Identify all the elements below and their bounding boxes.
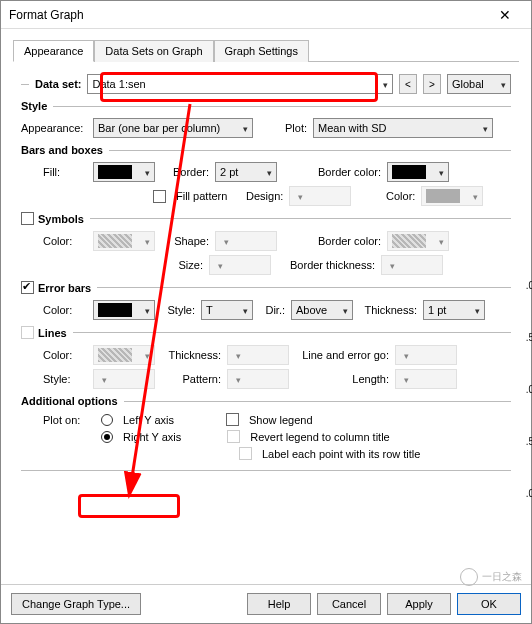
eb-style-label: Style:	[161, 304, 195, 316]
fill-swatch	[98, 165, 132, 179]
change-graph-type-button[interactable]: Change Graph Type...	[11, 593, 141, 615]
errorbars-heading: Error bars	[38, 282, 91, 294]
revert-checkbox	[227, 430, 240, 443]
fillpattern-checkbox[interactable]	[153, 190, 166, 203]
ln-pattern-label: Pattern:	[161, 373, 221, 385]
ok-button[interactable]: OK	[457, 593, 521, 615]
dataset-value: Data 1:sen	[92, 78, 145, 90]
dataset-select[interactable]: Data 1:sen	[87, 74, 393, 94]
plot-label: Plot:	[271, 122, 307, 134]
apply-button[interactable]: Apply	[387, 593, 451, 615]
showlegend-checkbox[interactable]	[226, 413, 239, 426]
design-select[interactable]	[289, 186, 351, 206]
labeleach-label: Label each point with its row title	[262, 448, 420, 460]
plot-select[interactable]: Mean with SD	[313, 118, 493, 138]
sym-color-select[interactable]	[93, 231, 155, 251]
errorbars-checkbox[interactable]	[21, 281, 34, 294]
sym-bordercolor-select[interactable]	[387, 231, 449, 251]
ln-pattern-select[interactable]	[227, 369, 289, 389]
dataset-prev-button[interactable]: <	[399, 74, 417, 94]
sym-shape-label: Shape:	[165, 235, 209, 247]
side-ticks: .0.5.0.5.0	[526, 260, 532, 520]
eb-color-select[interactable]	[93, 300, 155, 320]
righty-radio[interactable]	[101, 431, 113, 443]
window-title: Format Graph	[9, 8, 84, 22]
ln-thick-label: Thickness:	[161, 349, 221, 361]
watermark: 一日之森	[460, 568, 522, 586]
sym-color-label: Color:	[43, 235, 87, 247]
fillpattern-label: Fill pattern	[176, 190, 227, 202]
bars-heading: Bars and boxes	[21, 144, 103, 156]
sym-borderthick-select[interactable]	[381, 255, 443, 275]
border-color-select[interactable]	[387, 162, 449, 182]
style-heading: Style	[21, 100, 47, 112]
border-label: Border:	[165, 166, 209, 178]
sym-borderthick-label: Border thickness:	[277, 259, 375, 271]
showlegend-label: Show legend	[249, 414, 313, 426]
fill-color-select[interactable]	[93, 162, 155, 182]
tab-settings[interactable]: Graph Settings	[214, 40, 309, 62]
ln-color-select[interactable]	[93, 345, 155, 365]
dataset-label: Data set:	[35, 78, 81, 90]
pattern-color-select[interactable]	[421, 186, 483, 206]
ploton-label: Plot on:	[43, 414, 95, 426]
righty-label: Right Y axis	[123, 431, 181, 443]
sym-shape-select[interactable]	[215, 231, 277, 251]
help-button[interactable]: Help	[247, 593, 311, 615]
eb-dir-select[interactable]: Above	[291, 300, 353, 320]
dataset-next-button[interactable]: >	[423, 74, 441, 94]
close-icon[interactable]: ✕	[487, 7, 523, 23]
symbols-heading: Symbols	[38, 213, 84, 225]
tab-datasets[interactable]: Data Sets on Graph	[94, 40, 213, 62]
eb-dir-label: Dir.:	[259, 304, 285, 316]
cancel-button[interactable]: Cancel	[317, 593, 381, 615]
appearance-label: Appearance:	[21, 122, 87, 134]
pattern-color-label: Color:	[375, 190, 415, 202]
ln-go-select[interactable]	[395, 345, 457, 365]
lefty-label: Left Y axis	[123, 414, 174, 426]
addl-heading: Additional options	[21, 395, 118, 407]
lefty-radio[interactable]	[101, 414, 113, 426]
labeleach-checkbox	[239, 447, 252, 460]
ln-color-label: Color:	[43, 349, 87, 361]
ln-style-label: Style:	[43, 373, 87, 385]
lines-heading: Lines	[38, 327, 67, 339]
design-label: Design:	[239, 190, 283, 202]
sym-size-label: Size:	[159, 259, 203, 271]
revert-label: Revert legend to column title	[250, 431, 389, 443]
eb-color-label: Color:	[43, 304, 87, 316]
border-width-select[interactable]: 2 pt	[215, 162, 277, 182]
fill-label: Fill:	[43, 166, 87, 178]
ln-length-label: Length:	[295, 373, 389, 385]
tab-appearance[interactable]: Appearance	[13, 40, 94, 62]
ln-style-select[interactable]	[93, 369, 155, 389]
eb-thick-label: Thickness:	[359, 304, 417, 316]
ln-length-select[interactable]	[395, 369, 457, 389]
ln-go-label: Line and error go:	[295, 349, 389, 361]
appearance-select[interactable]: Bar (one bar per column)	[93, 118, 253, 138]
bordercolor-label: Border color:	[311, 166, 381, 178]
symbols-checkbox[interactable]	[21, 212, 34, 225]
eb-thick-select[interactable]: 1 pt	[423, 300, 485, 320]
ln-thick-select[interactable]	[227, 345, 289, 365]
eb-style-select[interactable]: T	[201, 300, 253, 320]
lines-checkbox[interactable]	[21, 326, 34, 339]
sym-bordercolor-label: Border color:	[311, 235, 381, 247]
global-select[interactable]: Global	[447, 74, 511, 94]
sym-size-select[interactable]	[209, 255, 271, 275]
